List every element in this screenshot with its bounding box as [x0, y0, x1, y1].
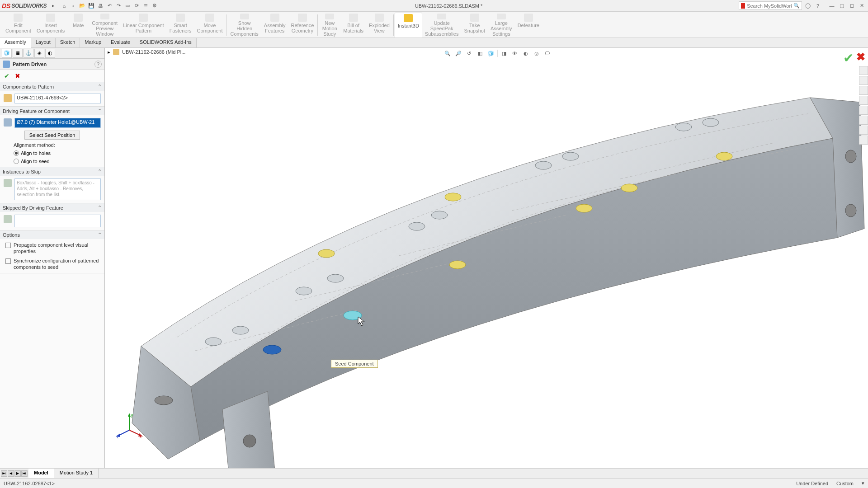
cancel-button[interactable]: ✖	[14, 72, 22, 80]
tab-assembly[interactable]: Assembly	[0, 38, 31, 48]
tab-next-icon[interactable]: ▶	[14, 470, 21, 477]
ribbon-defeature[interactable]: Defeature	[515, 13, 542, 38]
section-view-icon[interactable]: ◧	[476, 49, 485, 58]
search-input[interactable]	[747, 3, 792, 9]
ok-button[interactable]: ✔	[3, 72, 11, 80]
ribbon-edit[interactable]: Edit Component	[3, 13, 34, 38]
status-units[interactable]: Custom	[836, 481, 854, 486]
bottom-tab-motion-study-1[interactable]: Motion Study 1	[54, 469, 99, 478]
ribbon-move[interactable]: Move Component	[194, 13, 226, 38]
section-components-header[interactable]: Components to Pattern ⌃	[0, 82, 104, 91]
home-icon[interactable]: ⌂	[60, 2, 68, 10]
ribbon-insert[interactable]: Insert Components	[34, 13, 67, 38]
ribbon-reference[interactable]: Reference Geometry	[288, 13, 317, 38]
view-settings-icon[interactable]: 🖵	[543, 49, 552, 58]
skipped-by-selection-box[interactable]	[14, 215, 101, 227]
save-icon[interactable]: 💾	[87, 2, 95, 10]
options-icon[interactable]: ≣	[142, 2, 150, 10]
bottom-tab-model[interactable]: Model	[28, 469, 54, 478]
help-icon[interactable]: ?	[814, 2, 822, 10]
new-file-icon[interactable]: ▫	[69, 2, 77, 10]
tab-solidworks-add-ins[interactable]: SOLIDWORKS Add-Ins	[135, 38, 197, 47]
rebuild-icon[interactable]: ⟳	[132, 2, 141, 10]
ribbon-update[interactable]: Update SpeedPak Subassemblies	[422, 13, 462, 38]
fm-tab-appearance[interactable]: ◐	[45, 49, 55, 58]
viewport-ok-icon[interactable]: ✔	[843, 51, 854, 66]
task-pane-view-palette-icon[interactable]	[859, 106, 868, 115]
tab-prev-icon[interactable]: ◀	[8, 470, 14, 477]
search-box[interactable]: 🔍	[739, 1, 802, 10]
check-propagate[interactable]: Propagate component level visual propert…	[5, 242, 101, 255]
radio-align-seed[interactable]: Align to seed	[14, 159, 101, 164]
minimize-button[interactable]: —	[827, 2, 836, 10]
maximize-button[interactable]: ◻	[847, 2, 856, 10]
tab-markup[interactable]: Markup	[80, 38, 106, 47]
previous-view-icon[interactable]: ↺	[465, 49, 474, 58]
ribbon-show[interactable]: Show Hidden Components	[227, 13, 261, 38]
zoom-area-icon[interactable]: 🔎	[454, 49, 463, 58]
flyout-icon[interactable]: ▸	[49, 2, 57, 10]
redo-icon[interactable]: ↷	[114, 2, 123, 10]
ribbon-large[interactable]: Large Assembly Settings	[488, 13, 515, 38]
graphics-viewport[interactable]: ▸ UBW-21162-02686 (Mid Pl... 🔍 🔎 ↺ ◧ 🧊 ◨…	[105, 48, 868, 468]
section-skip-header[interactable]: Instances to Skip ⌃	[0, 167, 104, 176]
task-pane-resources-icon[interactable]	[859, 76, 868, 85]
task-pane-forum-icon[interactable]	[859, 136, 868, 145]
fm-tab-feature-tree[interactable]: 🧊	[2, 49, 12, 58]
settings-gear-icon[interactable]: ⚙	[151, 2, 159, 10]
task-pane-appearances-icon[interactable]	[859, 116, 868, 125]
zoom-fit-icon[interactable]: 🔍	[443, 49, 452, 58]
ribbon-assembly[interactable]: Assembly Features	[261, 13, 288, 38]
view-orientation-icon[interactable]: 🧊	[486, 49, 495, 58]
ribbon-mate[interactable]: Mate	[67, 13, 89, 38]
ribbon-new[interactable]: New Motion Study	[319, 13, 340, 38]
restore-button[interactable]: ▢	[837, 2, 846, 10]
skip-selection-box[interactable]: Box/lasso - Toggles, Shift + box/lasso -…	[14, 178, 101, 200]
section-skipped-by-header[interactable]: Skipped By Driving Feature ⌃	[0, 203, 104, 212]
status-extras-icon[interactable]: ▾	[862, 480, 864, 486]
apply-scene-icon[interactable]: ◎	[532, 49, 541, 58]
close-button[interactable]: ✕	[857, 2, 866, 10]
display-style-icon[interactable]: ◨	[500, 49, 509, 58]
ribbon-linear-component[interactable]: Linear Component Pattern	[120, 13, 167, 38]
breadcrumb-text[interactable]: UBW-21162-02686 (Mid Pl...	[122, 49, 185, 55]
hide-show-icon[interactable]: 👁	[510, 49, 519, 58]
section-driving-header[interactable]: Driving Feature or Component ⌃	[0, 107, 104, 115]
skip-selection-icon[interactable]	[4, 179, 12, 187]
section-options-header[interactable]: Options ⌃	[0, 230, 104, 239]
ribbon-component[interactable]: Component Preview Window	[89, 13, 120, 38]
fm-tab-config[interactable]: ⚓	[24, 49, 33, 58]
ribbon-smart[interactable]: Smart Fasteners	[167, 13, 194, 38]
task-pane-file-explorer-icon[interactable]	[859, 96, 868, 105]
undo-icon[interactable]: ↶	[105, 2, 113, 10]
select-icon[interactable]: ▭	[123, 2, 132, 10]
ribbon-take[interactable]: Take Snapshot	[461, 13, 487, 38]
tab-sketch[interactable]: Sketch	[56, 38, 80, 47]
component-selection-icon[interactable]	[4, 94, 12, 102]
components-selection-box[interactable]: UBW-21161-47693<2>	[14, 94, 101, 103]
tab-last-icon[interactable]: ⏭	[21, 470, 28, 477]
tab-layout[interactable]: Layout	[31, 38, 56, 47]
check-synchronize[interactable]: Synchronize configuration of patterned c…	[5, 258, 101, 271]
pm-help-icon[interactable]: ?	[94, 61, 102, 68]
driving-selection-icon[interactable]	[4, 118, 12, 127]
fm-tab-property[interactable]: ≣	[13, 49, 23, 58]
ribbon-bill-of[interactable]: Bill of Materials	[340, 13, 366, 38]
login-icon[interactable]: ◯	[804, 2, 812, 10]
task-pane-home-icon[interactable]	[859, 66, 868, 75]
driving-selection-box[interactable]: Ø7.0 (7) Diameter Hole1@UBW-21	[14, 118, 101, 128]
select-seed-position-button[interactable]: Select Seed Position	[24, 131, 80, 140]
view-triad[interactable]: y x z	[116, 412, 143, 439]
edit-appearance-icon[interactable]: ◐	[521, 49, 530, 58]
search-icon[interactable]: 🔍	[793, 3, 800, 9]
radio-align-holes[interactable]: Align to holes	[14, 150, 101, 156]
breadcrumb-expand-icon[interactable]: ▸	[108, 49, 110, 55]
ribbon-instant3d[interactable]: Instant3D	[395, 13, 422, 38]
task-pane-design-library-icon[interactable]	[859, 86, 868, 95]
tab-first-icon[interactable]: ⏮	[1, 470, 7, 477]
open-file-icon[interactable]: 📂	[78, 2, 86, 10]
tab-evaluate[interactable]: Evaluate	[106, 38, 135, 47]
task-pane-custom-props-icon[interactable]	[859, 126, 868, 135]
viewport-cancel-icon[interactable]: ✖	[856, 51, 865, 66]
skipped-by-selection-icon[interactable]	[4, 215, 12, 223]
